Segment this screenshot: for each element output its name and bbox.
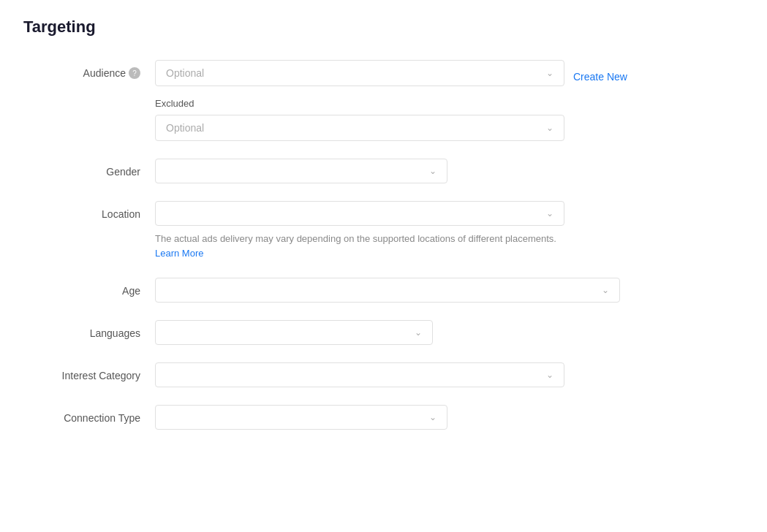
- audience-dropdown[interactable]: Optional ⌄: [155, 60, 564, 86]
- connection-type-label-text: Connection Type: [64, 412, 140, 424]
- connection-type-dropdown[interactable]: ⌄: [155, 405, 447, 430]
- languages-label-text: Languages: [90, 327, 140, 339]
- languages-label: Languages: [23, 320, 155, 339]
- interest-category-dropdown[interactable]: ⌄: [155, 362, 564, 387]
- languages-control: ⌄: [155, 320, 744, 345]
- age-dropdown[interactable]: ⌄: [155, 278, 620, 303]
- audience-control-row: Optional ⌄ Create New: [155, 60, 744, 86]
- page-container: Targeting Audience ? Optional ⌄ Create N…: [23, 18, 744, 447]
- audience-help-icon[interactable]: ?: [129, 67, 140, 79]
- gender-control: ⌄: [155, 159, 744, 183]
- languages-dropdown[interactable]: ⌄: [155, 320, 433, 345]
- audience-chevron-icon: ⌄: [546, 68, 553, 78]
- audience-placeholder: Optional: [166, 67, 204, 79]
- excluded-chevron-icon: ⌄: [546, 123, 553, 133]
- gender-label: Gender: [23, 159, 155, 178]
- languages-row: Languages ⌄: [23, 320, 744, 345]
- age-label: Age: [23, 278, 155, 297]
- connection-type-control: ⌄: [155, 405, 744, 430]
- gender-row: Gender ⌄: [23, 159, 744, 183]
- interest-category-row: Interest Category ⌄: [23, 362, 744, 387]
- age-label-text: Age: [122, 285, 140, 297]
- languages-chevron-icon: ⌄: [415, 327, 422, 338]
- excluded-dropdown[interactable]: Optional ⌄: [155, 115, 564, 141]
- age-control: ⌄: [155, 278, 744, 303]
- interest-category-chevron-icon: ⌄: [546, 370, 553, 380]
- location-label: Location: [23, 201, 155, 220]
- learn-more-link[interactable]: Learn More: [155, 248, 203, 259]
- excluded-placeholder: Optional: [166, 122, 204, 134]
- location-row: Location ⌄ The actual ads delivery may v…: [23, 201, 744, 260]
- excluded-section: Excluded Optional ⌄: [155, 98, 744, 141]
- location-control: ⌄ The actual ads delivery may vary depen…: [155, 201, 744, 260]
- audience-row: Audience ? Optional ⌄ Create New Exclude…: [23, 60, 744, 141]
- gender-dropdown[interactable]: ⌄: [155, 159, 447, 183]
- audience-label: Audience ?: [23, 60, 155, 79]
- page-title: Targeting: [23, 18, 744, 37]
- location-chevron-icon: ⌄: [546, 208, 553, 218]
- connection-type-chevron-icon: ⌄: [429, 412, 437, 422]
- interest-category-control: ⌄: [155, 362, 744, 387]
- location-label-text: Location: [102, 208, 140, 220]
- location-info-text: The actual ads delivery may vary dependi…: [155, 233, 556, 244]
- gender-label-text: Gender: [106, 166, 140, 178]
- age-chevron-icon: ⌄: [602, 285, 609, 295]
- location-info: The actual ads delivery may vary dependi…: [155, 232, 725, 260]
- location-dropdown[interactable]: ⌄: [155, 201, 564, 226]
- gender-chevron-icon: ⌄: [429, 166, 437, 176]
- connection-type-row: Connection Type ⌄: [23, 405, 744, 430]
- connection-type-label: Connection Type: [23, 405, 155, 424]
- interest-category-label: Interest Category: [23, 362, 155, 381]
- audience-label-text: Audience: [83, 67, 126, 79]
- targeting-form: Audience ? Optional ⌄ Create New Exclude…: [23, 60, 744, 447]
- interest-category-label-text: Interest Category: [62, 370, 140, 381]
- create-new-link[interactable]: Create New: [573, 64, 627, 83]
- audience-control: Optional ⌄ Create New Excluded Optional …: [155, 60, 744, 141]
- excluded-label: Excluded: [155, 98, 744, 109]
- age-row: Age ⌄: [23, 278, 744, 303]
